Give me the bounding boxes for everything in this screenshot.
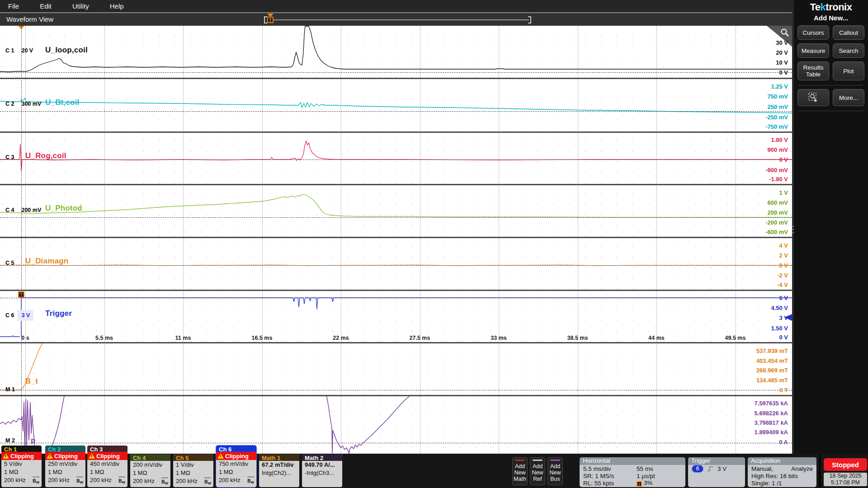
slice-separator [0,184,792,185]
date-value: 18 Sep 2025 [824,473,867,479]
ch2-label[interactable]: U_Bt,coil [45,98,79,107]
badge-row: Intg(Ch2)... [259,469,299,477]
channel-settings-badge-ch2[interactable]: Ch 2Clipping250 mV/div1 MΩ200 kHzBW [45,446,85,487]
ch5-label[interactable]: U_Diamagn [25,257,68,266]
badge-row: 67.2 mT/div [259,461,299,469]
m1-scale-label: 268.969 mT [734,367,788,374]
ch1-trace [0,26,792,72]
ch5-channel-badge[interactable]: C 5 [2,258,18,268]
badge-row: 1 MΩ [1,468,42,476]
ch2-scale-label: -250 mV [734,113,788,120]
panel-button-plot[interactable]: Plot [833,61,864,80]
ch5-scale-label: 0 V [734,262,788,269]
add-new-bus-button[interactable]: AddNewBus [547,457,563,485]
m1-scale-label: 0 T [734,386,788,393]
badge-title: Ch 4 [130,454,170,461]
more-button[interactable]: More... [833,89,864,106]
ch4-channel-badge[interactable]: C 4200 mV [2,205,45,216]
time-axis-label: 11 ms [165,335,201,341]
m1-channel-badge[interactable]: M 1 [2,384,19,395]
time-value: 5:17:08 PM [824,479,867,486]
waveform-plot-area[interactable]: T 0 s5.5 ms11 ms16.5 ms22 ms27.5 ms33 ms… [0,26,792,454]
add-new-heading: Add New... [794,14,868,22]
button-color-bar [550,460,560,461]
stopped-status-button[interactable]: Stopped [824,458,867,471]
m1-label[interactable]: B_t [25,377,38,386]
m2-scale-label: 1.899409 kA [734,429,788,436]
panel-divider-1 [798,85,863,85]
badge-row: 200 kHzBW [130,477,170,485]
ch3-channel-badge[interactable]: C 3 [2,152,18,163]
datetime-display[interactable]: 18 Sep 2025 5:17:08 PM [824,473,867,486]
channel-settings-badge-math1[interactable]: Math 167.2 mT/divIntg(Ch2)... [259,454,299,487]
m2-label[interactable]: p [31,436,36,445]
ch4-scale-label: -600 mV [734,229,788,235]
menu-item-help[interactable]: Help [110,2,124,10]
horizontal-window: 55 ms [637,465,653,472]
channel-settings-badge-ch5[interactable]: Ch 51 V/div1 MΩ200 kHzBW [173,454,213,487]
trigger-panel[interactable]: Trigger 6 3 V [688,457,745,487]
menu-item-edit[interactable]: Edit [40,2,52,10]
bandwidth-limit-icon: BW [118,477,125,487]
badge-row: 200 kHzBW [87,476,127,484]
ch1-label[interactable]: U_loop,coil [45,46,88,55]
slice-separator [0,131,792,133]
button-color-bar [515,460,525,461]
time-axis-label: 5.5 ms [86,335,123,341]
menu-bar: FileEditUtilityHelp [0,0,794,12]
ch3-label[interactable]: U_Rog,coil [25,151,66,160]
badge-row: -Intg(Ch3... [302,469,342,477]
ch6-channel-badge[interactable]: C 63 V [2,310,33,321]
trigger-position-percent: 3% [644,479,653,486]
add-new-ref-button[interactable]: AddNewRef [530,457,545,485]
panel-button-callout[interactable]: Callout [833,25,864,40]
ch2-channel-badge[interactable]: C 2300 mV [2,99,45,109]
trigger-level-value: 3 V [717,465,726,472]
badge-row: 200 mV/div [130,461,170,469]
ch1-channel-badge[interactable]: C 120 V [2,45,37,56]
m1-zero-line [0,390,792,390]
horizontal-scale: 5.5 ms/div [583,465,637,472]
trigger-position-pin-icon[interactable]: T [267,17,274,23]
add-new-math-button[interactable]: AddNewMath [512,457,528,485]
time-axis-label: 22 ms [323,335,359,341]
trigger-source-badge: 6 [692,465,703,473]
panel-button-search[interactable]: Search [833,43,864,58]
channel-settings-badge-ch4[interactable]: Ch 4200 mV/div1 MΩ200 kHzBW [130,454,170,487]
m2-scale-label: 5.698226 kA [734,409,788,416]
badge-cell: 3 V [18,310,33,321]
warning-triangle-icon [47,453,53,459]
menu-item-file[interactable]: File [8,2,19,10]
bandwidth-limit-icon: BW [161,478,168,487]
horizontal-panel[interactable]: Horizontal 5.5 ms/div55 ms SR: 1 MS/s1 µ… [580,457,685,487]
channel-settings-badge-ch6[interactable]: Ch 6Clipping750 mV/div1 MΩ200 kHzBW [216,446,256,487]
ch3-scale-label: 1.80 V [734,136,788,143]
panel-button-cursors[interactable]: Cursors [797,25,829,40]
waveform-view-tab[interactable]: Waveform View T [0,12,794,26]
vertical-gridline [183,26,184,454]
panel-button-results-table[interactable]: Results Table [797,61,829,80]
channel-settings-badge-ch3[interactable]: Ch 3Clipping450 mV/div1 MΩ200 kHzBW [87,446,127,487]
slice-separator [0,78,792,79]
menu-item-utility[interactable]: Utility [72,2,89,10]
ch6-label[interactable]: Trigger [45,309,72,318]
clipping-text: Clipping [54,453,78,460]
zoom-mode-button[interactable] [797,89,829,106]
ch4-scale-label: 600 mV [734,199,788,206]
badge-row: 750 mV/div [216,460,256,468]
badge-row: 1 MΩ [173,469,213,477]
channel-settings-badge-math2[interactable]: Math 2949.70 A/...-Intg(Ch3... [302,454,342,487]
panel-button-measure[interactable]: Measure [797,43,829,58]
ch5-scale-label: 2 V [734,252,788,258]
channel-settings-badge-ch1[interactable]: Ch 1Clipping5 V/div1 MΩ200 kHzBW [1,446,42,487]
badge-cell: 20 V [18,45,37,56]
slice-separator [0,342,792,343]
ch4-trace [0,194,792,217]
ch6-scale-label: 6 V [734,295,788,301]
slice-separator [0,237,792,238]
badge-title: Ch 3 [87,446,127,452]
m2-channel-badge[interactable]: M 2 [2,435,19,446]
acquisition-panel[interactable]: Acquisition Manual,Analyze High Res: 16 … [748,457,816,487]
record-window-right-bracket [528,16,531,23]
ch4-label[interactable]: U_Photod [45,204,82,213]
